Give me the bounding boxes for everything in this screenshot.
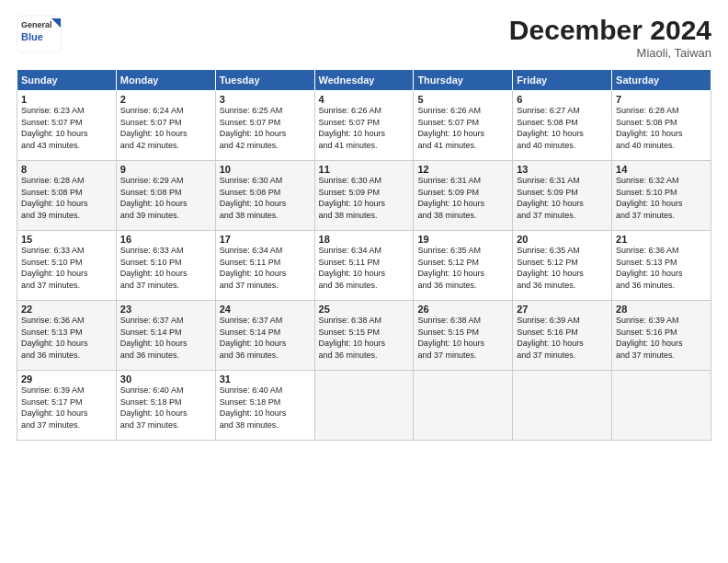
table-cell-10: 10 Sunrise: 6:30 AMSunset: 5:08 PMDaylig… [215,161,314,231]
table-cell-11: 11 Sunrise: 6:30 AMSunset: 5:09 PMDaylig… [314,161,414,231]
svg-text:General: General [21,20,52,29]
col-header-monday: Monday [116,70,215,91]
table-cell-empty-2 [414,371,513,441]
table-cell-22: 22 Sunrise: 6:36 AMSunset: 5:13 PMDaylig… [17,301,117,371]
calendar-title: December 2024 [509,15,711,46]
table-cell-25: 25 Sunrise: 6:38 AMSunset: 5:15 PMDaylig… [314,301,414,371]
table-cell-27: 27 Sunrise: 6:39 AMSunset: 5:16 PMDaylig… [513,301,612,371]
table-cell-21: 21 Sunrise: 6:36 AMSunset: 5:13 PMDaylig… [612,231,711,301]
table-row: 1 Sunrise: 6:23 AMSunset: 5:07 PMDayligh… [17,91,711,161]
col-header-sunday: Sunday [17,70,117,91]
table-cell-23: 23 Sunrise: 6:37 AMSunset: 5:14 PMDaylig… [116,301,215,371]
title-block: December 2024 Miaoli, Taiwan [509,15,711,60]
table-cell-16: 16 Sunrise: 6:33 AMSunset: 5:10 PMDaylig… [116,231,215,301]
table-cell-6: 6 Sunrise: 6:27 AMSunset: 5:08 PMDayligh… [513,91,612,161]
table-cell-7: 7 Sunrise: 6:28 AMSunset: 5:08 PMDayligh… [612,91,711,161]
table-cell-5: 5 Sunrise: 6:26 AMSunset: 5:07 PMDayligh… [414,91,513,161]
logo: General Blue [17,15,63,53]
table-cell-30: 30 Sunrise: 6:40 AMSunset: 5:18 PMDaylig… [116,371,215,441]
table-cell-17: 17 Sunrise: 6:34 AMSunset: 5:11 PMDaylig… [215,231,314,301]
table-cell-29: 29 Sunrise: 6:39 AMSunset: 5:17 PMDaylig… [17,371,117,441]
table-cell-2: 2 Sunrise: 6:24 AMSunset: 5:07 PMDayligh… [116,91,215,161]
logo-svg: General Blue [17,15,63,53]
col-header-thursday: Thursday [414,70,513,91]
col-header-tuesday: Tuesday [215,70,314,91]
table-cell-3: 3 Sunrise: 6:25 AMSunset: 5:07 PMDayligh… [215,91,314,161]
table-cell-empty-4 [612,371,711,441]
table-cell-12: 12 Sunrise: 6:31 AMSunset: 5:09 PMDaylig… [414,161,513,231]
table-cell-24: 24 Sunrise: 6:37 AMSunset: 5:14 PMDaylig… [215,301,314,371]
table-cell-1: 1 Sunrise: 6:23 AMSunset: 5:07 PMDayligh… [17,91,117,161]
table-cell-9: 9 Sunrise: 6:29 AMSunset: 5:08 PMDayligh… [116,161,215,231]
table-cell-15: 15 Sunrise: 6:33 AMSunset: 5:10 PMDaylig… [17,231,117,301]
table-row: 22 Sunrise: 6:36 AMSunset: 5:13 PMDaylig… [17,301,711,371]
table-cell-28: 28 Sunrise: 6:39 AMSunset: 5:16 PMDaylig… [612,301,711,371]
table-cell-8: 8 Sunrise: 6:28 AMSunset: 5:08 PMDayligh… [17,161,117,231]
col-header-saturday: Saturday [612,70,711,91]
table-cell-14: 14 Sunrise: 6:32 AMSunset: 5:10 PMDaylig… [612,161,711,231]
table-cell-empty-3 [513,371,612,441]
calendar-subtitle: Miaoli, Taiwan [509,46,711,60]
table-row: 15 Sunrise: 6:33 AMSunset: 5:10 PMDaylig… [17,231,711,301]
calendar-table: Sunday Monday Tuesday Wednesday Thursday… [17,69,711,441]
table-cell-13: 13 Sunrise: 6:31 AMSunset: 5:09 PMDaylig… [513,161,612,231]
table-row: 8 Sunrise: 6:28 AMSunset: 5:08 PMDayligh… [17,161,711,231]
col-header-friday: Friday [513,70,612,91]
table-cell-4: 4 Sunrise: 6:26 AMSunset: 5:07 PMDayligh… [314,91,414,161]
col-header-wednesday: Wednesday [314,70,414,91]
table-cell-20: 20 Sunrise: 6:35 AMSunset: 5:12 PMDaylig… [513,231,612,301]
table-cell-18: 18 Sunrise: 6:34 AMSunset: 5:11 PMDaylig… [314,231,414,301]
table-cell-19: 19 Sunrise: 6:35 AMSunset: 5:12 PMDaylig… [414,231,513,301]
table-cell-empty-1 [314,371,414,441]
svg-text:Blue: Blue [21,31,43,42]
table-row: 29 Sunrise: 6:39 AMSunset: 5:17 PMDaylig… [17,371,711,441]
table-cell-26: 26 Sunrise: 6:38 AMSunset: 5:15 PMDaylig… [414,301,513,371]
table-cell-31: 31 Sunrise: 6:40 AMSunset: 5:18 PMDaylig… [215,371,314,441]
